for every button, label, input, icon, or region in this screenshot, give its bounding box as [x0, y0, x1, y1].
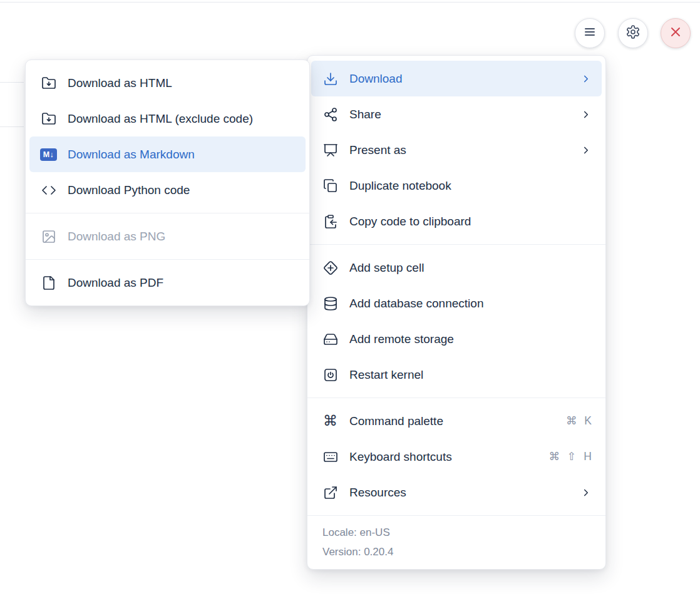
menu-item-resources[interactable]: Resources — [311, 475, 602, 510]
menu-item-download-html[interactable]: Download as HTML — [29, 65, 306, 101]
menu-item-download-python-code[interactable]: Download Python code — [29, 172, 306, 208]
gear-icon — [625, 24, 641, 42]
menu-item-add-remote-storage[interactable]: Add remote storage — [311, 321, 602, 357]
chevron-right-icon — [580, 109, 592, 120]
shutdown-button[interactable] — [661, 18, 691, 48]
menu-item-label: Download — [349, 72, 570, 86]
menu-item-label: Add database connection — [349, 297, 592, 311]
menu-item-label: Copy code to clipboard — [349, 215, 592, 228]
menu-item-label: Add remote storage — [349, 332, 592, 346]
submenu-group-png: Download as PNG — [26, 213, 309, 259]
shortcut-hint: ⌘ ⇧ H — [548, 450, 592, 463]
menu-section-help: ⌘ Command palette ⌘ K Keyboard shortcuts… — [307, 398, 605, 515]
page-top-divider — [0, 2, 700, 3]
hard-drive-icon — [322, 332, 339, 347]
menu-item-label: Download as PNG — [68, 230, 296, 244]
menu-item-keyboard-shortcuts[interactable]: Keyboard shortcuts ⌘ ⇧ H — [311, 439, 602, 475]
menu-item-share[interactable]: Share — [311, 96, 602, 132]
folder-down-icon — [40, 76, 57, 91]
menu-item-download[interactable]: Download — [311, 61, 602, 96]
settings-button[interactable] — [618, 18, 648, 48]
chevron-right-icon — [580, 487, 592, 498]
diamond-plus-icon — [322, 260, 339, 275]
menu-item-label: Duplicate notebook — [349, 179, 592, 193]
command-glyph: ⌘ — [323, 414, 337, 428]
menu-section-cell-actions: Add setup cell Add database connection A… — [307, 244, 605, 398]
code-icon — [40, 183, 57, 198]
power-icon — [322, 367, 339, 382]
share-icon — [322, 107, 339, 122]
menu-item-duplicate-notebook[interactable]: Duplicate notebook — [311, 168, 602, 203]
submenu-group-pdf: Download as PDF — [26, 259, 309, 305]
menu-item-present-as[interactable]: Present as — [311, 132, 602, 168]
menu-item-label: Download Python code — [68, 183, 296, 197]
close-icon — [668, 24, 683, 42]
menu-item-download-html-exclude-code[interactable]: Download as HTML (exclude code) — [29, 101, 306, 136]
folder-down-icon — [40, 111, 57, 126]
download-icon — [322, 71, 339, 86]
menu-item-label: Download as Markdown — [68, 148, 296, 162]
menu-item-label: Share — [349, 108, 570, 121]
menu-item-label: Download as PDF — [68, 276, 296, 290]
command-icon: ⌘ — [322, 414, 339, 429]
menu-item-command-palette[interactable]: ⌘ Command palette ⌘ K — [311, 403, 602, 439]
hamburger-icon — [582, 24, 597, 42]
database-icon — [322, 296, 339, 311]
menu-item-label: Keyboard shortcuts — [349, 450, 538, 464]
file-icon — [40, 275, 57, 290]
menu-item-label: Command palette — [349, 414, 555, 428]
menu-item-add-database-connection[interactable]: Add database connection — [311, 285, 602, 321]
version-text: Version: 0.20.4 — [322, 542, 590, 562]
presentation-icon — [322, 143, 339, 158]
menu-item-download-markdown[interactable]: M↓ Download as Markdown — [29, 136, 306, 172]
shortcut-hint: ⌘ K — [566, 414, 592, 428]
menu-item-restart-kernel[interactable]: Restart kernel — [311, 357, 602, 393]
page-divider — [0, 82, 24, 83]
menu-item-copy-code[interactable]: Copy code to clipboard — [311, 203, 602, 239]
menu-item-label: Restart kernel — [349, 368, 592, 382]
duplicate-icon — [322, 178, 339, 193]
menu-item-label: Add setup cell — [349, 261, 592, 275]
menu-item-add-setup-cell[interactable]: Add setup cell — [311, 250, 602, 285]
chevron-right-icon — [580, 73, 592, 85]
markdown-badge: M↓ — [40, 148, 57, 161]
submenu-group-formats: Download as HTML Download as HTML (exclu… — [26, 60, 309, 213]
menu-item-label: Resources — [349, 486, 570, 500]
clipboard-copy-icon — [322, 214, 339, 229]
menu-item-download-png: Download as PNG — [29, 218, 306, 254]
menu-item-label: Download as HTML (exclude code) — [68, 112, 296, 126]
locale-text: Locale: en-US — [322, 523, 590, 542]
page-divider — [0, 126, 24, 127]
menu-item-label: Present as — [349, 143, 570, 157]
notebook-menu-dropdown: Download Share Present as — [307, 55, 606, 570]
image-icon — [40, 229, 57, 244]
keyboard-icon — [322, 449, 339, 465]
menu-footer: Locale: en-US Version: 0.20.4 — [307, 515, 605, 569]
menu-item-label: Download as HTML — [68, 76, 296, 90]
chevron-right-icon — [580, 145, 592, 156]
menu-item-download-pdf[interactable]: Download as PDF — [29, 265, 306, 300]
markdown-icon: M↓ — [40, 147, 57, 162]
external-link-icon — [322, 485, 339, 500]
menu-section-notebook-actions: Download Share Present as — [307, 56, 605, 244]
notebook-menu-button[interactable] — [575, 18, 605, 48]
download-submenu: Download as HTML Download as HTML (exclu… — [25, 59, 310, 306]
